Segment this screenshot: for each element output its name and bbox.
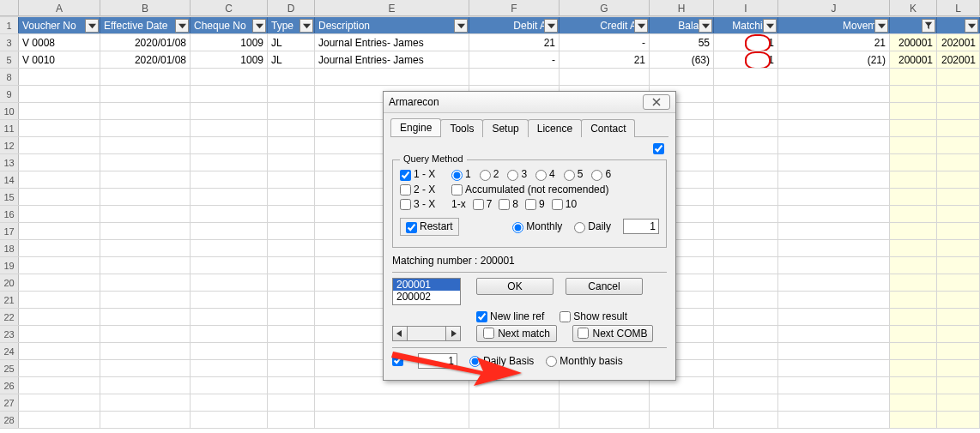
cell[interactable]: [268, 223, 315, 239]
cell[interactable]: [778, 257, 890, 274]
cell[interactable]: [560, 394, 650, 411]
cell[interactable]: [268, 240, 315, 256]
cell[interactable]: 55: [650, 34, 714, 51]
cell[interactable]: [19, 120, 100, 136]
cell[interactable]: [315, 69, 469, 85]
cell[interactable]: [19, 137, 100, 153]
cell[interactable]: [714, 257, 778, 274]
radio-4[interactable]: 4: [535, 168, 555, 180]
cell[interactable]: [100, 69, 191, 85]
filter-dropdown-icon[interactable]: [763, 19, 777, 33]
colhead-J[interactable]: J: [778, 0, 890, 16]
cell[interactable]: [937, 309, 980, 325]
colhead-D[interactable]: D: [268, 0, 315, 16]
cell[interactable]: [268, 394, 315, 411]
radio-daily[interactable]: Daily: [574, 220, 611, 232]
cell[interactable]: [100, 326, 191, 342]
cell[interactable]: [268, 343, 315, 359]
hdr-L[interactable]: [937, 17, 980, 33]
rowhead[interactable]: 11: [0, 120, 19, 136]
cell[interactable]: [714, 189, 778, 205]
cell[interactable]: [19, 292, 100, 308]
rowhead[interactable]: 21: [0, 292, 19, 308]
cell[interactable]: [778, 292, 890, 308]
radio-3[interactable]: 3: [507, 168, 527, 180]
colhead-L[interactable]: L: [937, 0, 980, 16]
cell[interactable]: [191, 189, 268, 205]
radio-6[interactable]: 6: [591, 168, 611, 180]
cell[interactable]: [100, 343, 191, 359]
opt-3x[interactable]: 3 - X: [400, 198, 435, 210]
cell[interactable]: [268, 274, 315, 291]
filter-dropdown-icon[interactable]: [634, 19, 648, 33]
cell[interactable]: [890, 120, 937, 136]
cell[interactable]: [100, 257, 191, 274]
cell[interactable]: Journal Entries- James: [315, 34, 469, 51]
cell[interactable]: [100, 103, 191, 119]
tab-setup[interactable]: Setup: [482, 119, 528, 137]
cell[interactable]: [315, 412, 469, 428]
rowhead[interactable]: 24: [0, 343, 19, 359]
cell[interactable]: [469, 394, 560, 411]
cell[interactable]: V 0008: [19, 34, 100, 51]
cell[interactable]: [268, 292, 315, 308]
rowhead[interactable]: 23: [0, 326, 19, 342]
cell[interactable]: [778, 189, 890, 205]
cell[interactable]: [191, 240, 268, 256]
ok-button[interactable]: OK: [476, 278, 554, 295]
cell[interactable]: [937, 206, 980, 222]
filter-dropdown-icon[interactable]: [544, 19, 558, 33]
cell[interactable]: [19, 412, 100, 428]
rowhead-1[interactable]: 1: [0, 17, 19, 33]
rowhead[interactable]: 13: [0, 154, 19, 171]
filter-dropdown-icon[interactable]: [874, 19, 888, 33]
cell[interactable]: [469, 412, 560, 428]
cell[interactable]: [714, 292, 778, 308]
cell[interactable]: [268, 360, 315, 376]
dialog-titlebar[interactable]: Armarecon: [384, 92, 675, 113]
cell[interactable]: [890, 86, 937, 102]
cell[interactable]: [890, 189, 937, 205]
cell[interactable]: [778, 326, 890, 342]
cell[interactable]: [268, 257, 315, 274]
cell[interactable]: [890, 257, 937, 274]
chk-8[interactable]: 8: [499, 198, 518, 210]
cell[interactable]: [714, 326, 778, 342]
chk-9[interactable]: 9: [525, 198, 545, 210]
cell[interactable]: [937, 394, 980, 411]
rowhead[interactable]: 17: [0, 223, 19, 239]
cell[interactable]: Journal Entries- James: [315, 51, 469, 68]
scroll-left-icon[interactable]: [392, 326, 408, 341]
cell[interactable]: 1009: [191, 34, 268, 51]
cell[interactable]: [100, 377, 191, 394]
radio-monthlybasis[interactable]: Monthly basis: [546, 355, 622, 367]
cell[interactable]: [19, 326, 100, 342]
cell[interactable]: [191, 412, 268, 428]
rowhead[interactable]: 12: [0, 137, 19, 153]
cell[interactable]: [778, 120, 890, 136]
cell[interactable]: [937, 412, 980, 428]
opt-2x[interactable]: 2 - X: [400, 183, 435, 195]
cell[interactable]: [19, 189, 100, 205]
cell[interactable]: [778, 394, 890, 411]
cell[interactable]: [100, 189, 191, 205]
cell[interactable]: [714, 274, 778, 291]
hdr-cheque[interactable]: Cheque No: [191, 17, 268, 33]
cell[interactable]: [19, 86, 100, 102]
colhead-H[interactable]: H: [650, 0, 714, 16]
rowhead[interactable]: 16: [0, 206, 19, 222]
cell[interactable]: [890, 360, 937, 376]
cell[interactable]: [191, 120, 268, 136]
cell[interactable]: [191, 103, 268, 119]
cell[interactable]: [191, 377, 268, 394]
cell[interactable]: [937, 120, 980, 136]
cell[interactable]: [268, 137, 315, 153]
cell[interactable]: [650, 394, 714, 411]
chk-nextcomb[interactable]: Next COMB: [572, 325, 653, 342]
cell[interactable]: [268, 103, 315, 119]
cell[interactable]: [937, 69, 980, 85]
cell[interactable]: [890, 292, 937, 308]
cell[interactable]: (21): [778, 51, 890, 68]
opt-1x[interactable]: 1 - X: [400, 168, 435, 180]
cell[interactable]: [937, 343, 980, 359]
